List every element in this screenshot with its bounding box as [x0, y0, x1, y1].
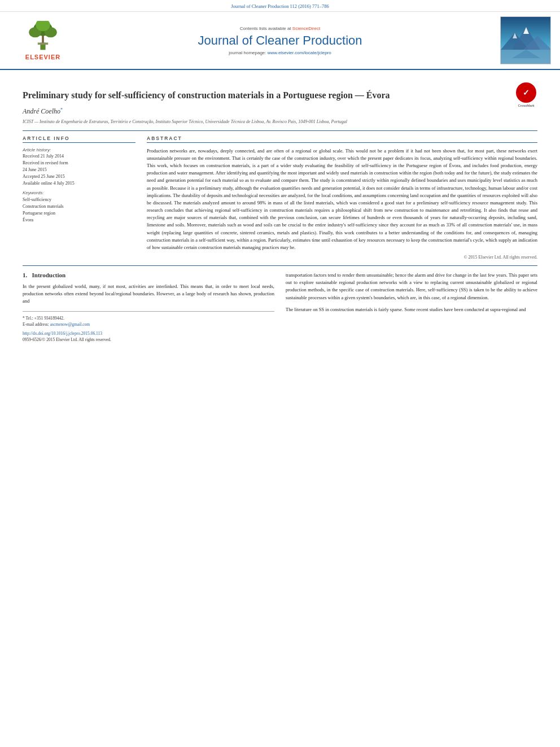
elsevier-logo-area: ELSEVIER — [9, 21, 77, 60]
copyright-line: © 2015 Elsevier Ltd. All rights reserved… — [147, 255, 537, 260]
sciencedirect-link[interactable]: ScienceDirect — [292, 26, 320, 31]
introduction-section: 1. Introduction In the present globalize… — [23, 272, 537, 342]
revised-date: 24 June 2015 — [23, 167, 135, 172]
abstract-column: ABSTRACT Production networks are, nowada… — [147, 136, 537, 260]
journal-header: ELSEVIER Contents lists available at Sci… — [0, 12, 560, 70]
abstract-text: Production networks are, nowadays, deepl… — [147, 147, 537, 251]
journal-title-area: Contents lists available at ScienceDirec… — [77, 26, 483, 55]
intro-body-text-col2b: The literature on SS in construction mat… — [286, 306, 537, 313]
author-name: André Coelho — [23, 108, 60, 116]
bottom-divider — [23, 265, 537, 266]
journal-cover-image: Journal of Cleaner Production — [500, 16, 551, 64]
cover-svg — [501, 16, 551, 64]
journal-homepage: journal homepage: www.elsevier.com/locat… — [82, 50, 478, 55]
keyword-4: Évora — [23, 217, 135, 224]
email-link[interactable]: ascmenow@gmail.com — [50, 322, 90, 327]
keyword-1: Self-sufficiency — [23, 196, 135, 203]
contents-line: Contents lists available at ScienceDirec… — [82, 26, 478, 31]
intro-body-text-col2: transportation factors tend to render th… — [286, 272, 537, 302]
accepted-date: Accepted 25 June 2015 — [23, 174, 135, 179]
crossmark-badge: ✓ CrossMark — [515, 84, 537, 106]
article-title: Preliminary study for self-sufficiency o… — [23, 89, 509, 102]
journal-cover-area: Journal of Cleaner Production — [483, 16, 551, 64]
keywords-section: Keywords: Self-sufficiency Construction … — [23, 190, 135, 224]
abstract-header: ABSTRACT — [147, 136, 537, 143]
email-footnote: E-mail address: ascmenow@gmail.com — [23, 321, 274, 327]
elsevier-wordmark: ELSEVIER — [25, 54, 60, 60]
intro-title: 1. Introduction — [23, 272, 274, 278]
title-area: Preliminary study for self-sufficiency o… — [23, 84, 537, 107]
intro-left-col: 1. Introduction In the present globalize… — [23, 272, 274, 342]
affiliation: ICIST — Instituto de Engenharia de Estru… — [23, 119, 537, 125]
tel-footnote: * Tel.: +351 934189442. — [23, 315, 274, 321]
elsevier-logo: ELSEVIER — [23, 21, 63, 60]
crossmark-label: CrossMark — [516, 104, 536, 107]
keywords-label: Keywords: — [23, 190, 135, 195]
homepage-link[interactable]: www.elsevier.com/locate/jclepro — [268, 50, 331, 55]
online-date: Available online 4 July 2015 — [23, 181, 135, 186]
issn-text: 0959-6526/© 2015 Elsevier Ltd. All right… — [23, 337, 274, 342]
article-info-column: ARTICLE INFO Article history: Received 2… — [23, 136, 135, 260]
intro-body-text-col1: In the present globalized world, many, i… — [23, 283, 274, 305]
article-content: Preliminary study for self-sufficiency o… — [0, 70, 560, 349]
footnote-section: * Tel.: +351 934189442. E-mail address: … — [23, 311, 274, 343]
history-label: Article history: — [23, 147, 135, 152]
info-abstract-section: ARTICLE INFO Article history: Received 2… — [23, 136, 537, 260]
keyword-3: Portuguese region — [23, 210, 135, 217]
svg-rect-6 — [38, 42, 48, 45]
intro-right-col: transportation factors tend to render th… — [286, 272, 537, 342]
journal-title: Journal of Cleaner Production — [82, 33, 478, 48]
top-reference: Journal of Cleaner Production 112 (2016)… — [0, 0, 560, 12]
received-date: Received 21 July 2014 — [23, 154, 135, 159]
crossmark-icon: ✓ — [516, 82, 536, 103]
keyword-2: Construction materials — [23, 203, 135, 210]
article-info-header: ARTICLE INFO — [23, 136, 135, 143]
doi-link[interactable]: http://dx.doi.org/10.1016/j.jclepro.2015… — [23, 331, 274, 336]
author-superscript: * — [60, 107, 63, 112]
elsevier-tree-icon — [23, 21, 63, 52]
author-section: André Coelho* — [23, 107, 537, 116]
revised-label: Received in revised form — [23, 160, 135, 165]
article-divider — [23, 130, 537, 131]
